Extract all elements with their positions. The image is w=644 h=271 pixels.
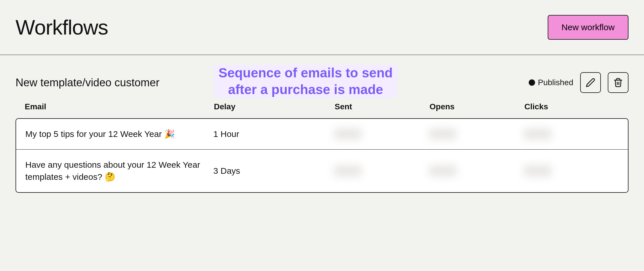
workflow-controls: Published [529, 72, 628, 93]
col-clicks: Clicks [524, 102, 619, 111]
main-content: New template/video customer Sequence of … [0, 55, 644, 204]
delete-button[interactable] [608, 72, 628, 93]
blurred-value [429, 165, 457, 177]
page-title: Workflows [16, 16, 108, 39]
annotation-text: Sequence of emails to sendafter a purcha… [218, 65, 393, 97]
blurred-value [334, 128, 362, 140]
table-body: My top 5 tips for your 12 Week Year 🎉 1 … [16, 118, 628, 193]
emails-table: Email Delay Sent Opens Clicks My top 5 t… [16, 102, 628, 193]
status-dot-icon [529, 79, 535, 86]
email-delay: 1 Hour [213, 129, 334, 139]
status-label: Published [538, 78, 573, 87]
blurred-value [429, 128, 457, 140]
col-sent: Sent [335, 102, 430, 111]
email-subject: Have any questions about your 12 Week Ye… [25, 159, 213, 183]
page-header: Workflows New workflow [0, 0, 644, 55]
workflow-header: New template/video customer Sequence of … [16, 72, 628, 93]
table-row[interactable]: Have any questions about your 12 Week Ye… [16, 150, 628, 192]
col-opens: Opens [430, 102, 524, 111]
email-sent [334, 128, 429, 140]
workflow-name: New template/video customer [16, 77, 160, 89]
col-delay: Delay [214, 102, 335, 111]
edit-button[interactable] [580, 72, 601, 93]
status-badge: Published [529, 78, 573, 87]
edit-icon [586, 78, 595, 87]
email-clicks [524, 165, 619, 177]
new-workflow-button[interactable]: New workflow [548, 15, 628, 40]
email-subject: My top 5 tips for your 12 Week Year 🎉 [25, 128, 213, 140]
annotation-callout: Sequence of emails to sendafter a purcha… [214, 65, 397, 98]
table-header: Email Delay Sent Opens Clicks [16, 102, 628, 118]
blurred-value [524, 165, 551, 177]
col-email: Email [25, 102, 214, 111]
blurred-value [334, 165, 362, 177]
email-clicks [524, 128, 619, 140]
blurred-value [524, 128, 551, 140]
email-opens [429, 128, 524, 140]
email-opens [429, 165, 524, 177]
email-delay: 3 Days [213, 166, 334, 176]
delete-icon [613, 78, 623, 87]
email-sent [334, 165, 429, 177]
table-row[interactable]: My top 5 tips for your 12 Week Year 🎉 1 … [16, 119, 628, 150]
